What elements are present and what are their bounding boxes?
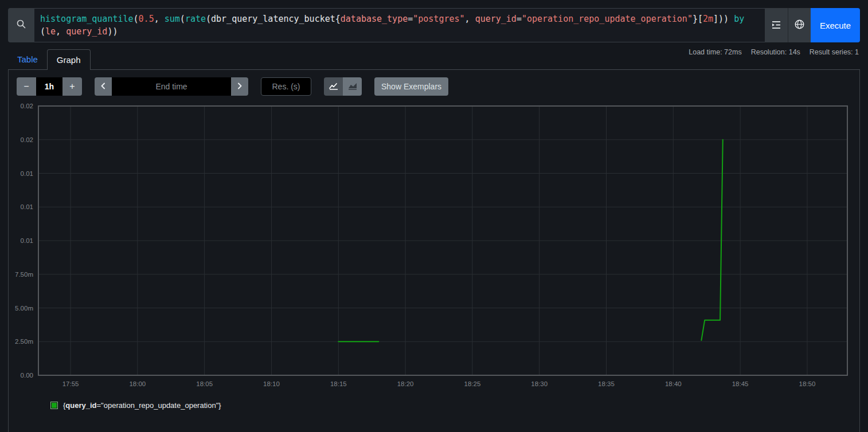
x-tick-label: 18:30: [531, 380, 548, 387]
format-expression-button[interactable]: [765, 8, 788, 42]
y-tick-label: 0.01: [21, 170, 33, 177]
series-color-swatch: [50, 402, 58, 409]
query-token: histogram_quantile: [40, 14, 134, 24]
query-token: {: [335, 14, 341, 24]
x-tick-label: 18:05: [196, 380, 213, 387]
query-token: [729, 14, 734, 24]
query-stats: Load time: 72ms Resolution: 14s Result s…: [689, 48, 859, 56]
x-tick-label: 18:45: [732, 380, 749, 387]
x-tick-label: 18:20: [397, 380, 414, 387]
range-decrease-button[interactable]: −: [17, 77, 36, 96]
resolution-input[interactable]: [261, 77, 311, 96]
show-exemplars-button[interactable]: Show Exemplars: [374, 77, 448, 96]
load-time: Load time: 72ms: [689, 48, 741, 56]
metrics-explorer-button[interactable]: [788, 8, 811, 42]
query-token: sum: [165, 14, 180, 24]
y-tick-label: 5.00m: [15, 305, 33, 312]
query-token: ,: [56, 26, 66, 37]
x-tick-label: 18:10: [263, 380, 280, 387]
graph-panel: − +: [8, 70, 860, 432]
y-tick-label: 0.00: [21, 372, 33, 379]
query-token: }[: [693, 14, 703, 24]
series-line: [701, 140, 722, 340]
tab-table[interactable]: Table: [8, 49, 47, 69]
query-token: dbr_query_latency_bucket: [211, 14, 335, 24]
query-bar: histogram_quantile(0.5, sum(rate(dbr_que…: [8, 8, 860, 42]
time-back-button[interactable]: [95, 77, 112, 96]
search-addon: [8, 8, 34, 42]
query-token: )): [718, 14, 729, 24]
line-chart-icon: [329, 81, 339, 92]
query-token: "postgres": [413, 14, 464, 24]
y-tick-label: 0.02: [21, 103, 33, 109]
stacked-chart-toggle-button[interactable]: [343, 77, 362, 96]
range-group: − +: [17, 77, 82, 96]
query-token: query_id: [475, 14, 517, 24]
x-tick-label: 18:35: [598, 380, 615, 387]
execute-button[interactable]: Execute: [811, 8, 860, 42]
resolution: Resolution: 14s: [751, 48, 800, 56]
query-token: (: [40, 26, 45, 37]
tab-graph[interactable]: Graph: [47, 49, 91, 70]
chart-type-toggle: [324, 77, 362, 96]
y-tick-label: 2.50m: [15, 338, 33, 345]
end-time-input[interactable]: [112, 77, 231, 96]
globe-icon: [794, 19, 805, 32]
query-token: rate: [185, 14, 206, 24]
query-token: database_type: [341, 14, 408, 24]
query-token: (: [206, 14, 211, 24]
x-tick-label: 18:15: [330, 380, 347, 387]
x-tick-label: 18:40: [665, 380, 682, 387]
x-tick-label: 18:25: [464, 380, 481, 387]
search-icon: [16, 19, 26, 32]
query-expression-input[interactable]: histogram_quantile(0.5, sum(rate(dbr_que…: [34, 8, 765, 42]
query-token: [744, 14, 749, 24]
query-token: le: [45, 26, 56, 37]
y-tick-label: 0.02: [21, 136, 33, 143]
query-token: (: [180, 14, 185, 24]
legend-item[interactable]: {query_id="operation_repo_update_operati…: [50, 401, 859, 410]
series-label: {query_id="operation_repo_update_operati…: [63, 401, 221, 410]
format-indent-icon: [771, 19, 782, 32]
y-tick-label: 7.50m: [15, 271, 33, 278]
x-tick-label: 17:55: [62, 380, 79, 387]
graph-controls: − +: [9, 70, 859, 97]
x-tick-label: 18:50: [799, 380, 816, 387]
query-token: )): [107, 26, 118, 37]
x-tick-label: 18:00: [129, 380, 146, 387]
line-chart-toggle-button[interactable]: [324, 77, 343, 96]
query-token: by: [734, 14, 744, 24]
y-tick-label: 0.01: [21, 237, 33, 244]
query-token: =: [408, 14, 413, 24]
query-token: (: [134, 14, 139, 24]
query-token: ]: [713, 14, 718, 24]
query-token: "operation_repo_update_operation": [522, 14, 693, 24]
query-token: 2m: [703, 14, 713, 24]
query-token: ,: [154, 14, 165, 24]
query-token: query_id: [66, 26, 107, 37]
stacked-area-chart-icon: [347, 81, 358, 92]
result-series: Result series: 1: [810, 48, 859, 56]
chevron-right-icon: [236, 82, 244, 92]
range-input[interactable]: [36, 77, 62, 96]
end-time-group: [95, 77, 248, 96]
range-increase-button[interactable]: +: [62, 77, 82, 96]
query-token: =: [517, 14, 522, 24]
chevron-left-icon: [99, 82, 107, 92]
query-token: 0.5: [139, 14, 154, 24]
query-token: ,: [465, 14, 475, 24]
time-forward-button[interactable]: [231, 77, 248, 96]
graph-plot[interactable]: 0.020.020.010.010.017.50m5.00m2.50m0.001…: [9, 99, 851, 394]
y-tick-label: 0.01: [21, 203, 33, 210]
